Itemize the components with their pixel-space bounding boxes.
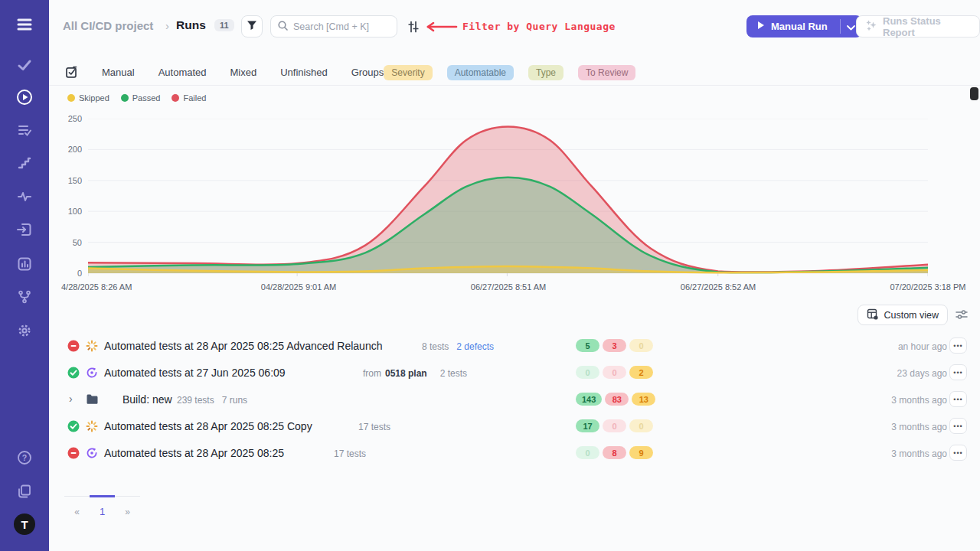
custom-view-button[interactable]: Custom view [858, 305, 948, 325]
chevron-right-icon[interactable]: › [69, 393, 73, 405]
legend-skipped[interactable]: Skipped [67, 93, 109, 103]
pagination-prev[interactable]: « [64, 496, 90, 527]
settings-gear-icon[interactable] [0, 318, 49, 344]
table-view-icon [867, 308, 878, 322]
shared-steps-icon[interactable] [0, 150, 49, 176]
x-tick: 06/27/2025 8:51 AM [455, 282, 562, 292]
search-input[interactable] [293, 21, 385, 32]
filter-pill-type[interactable]: Type [528, 65, 564, 80]
breadcrumb-separator: › [165, 19, 169, 32]
table-row[interactable]: Automated tests at 27 Jun 2025 06:09 fro… [49, 360, 980, 386]
passed-status-icon [67, 367, 80, 382]
run-title[interactable]: Automated tests at 27 Jun 2025 06:09 [104, 367, 286, 379]
run-plan-name[interactable]: 0518 plan [385, 368, 427, 379]
filter-pill-severity[interactable]: Severity [384, 65, 432, 80]
table-row[interactable]: Automated tests at 28 Apr 2025 08:25 Adv… [49, 333, 980, 360]
pagination: « 1 » [64, 496, 140, 527]
chevron-down-icon [847, 20, 855, 34]
tab-unfinished[interactable]: Unfinished [280, 67, 327, 78]
runs-status-report-button[interactable]: Runs Status Report [856, 15, 980, 37]
defects-icon[interactable] [0, 217, 49, 243]
activity-icon[interactable] [0, 184, 49, 210]
run-time: 3 months ago [891, 448, 947, 459]
x-tick: 06/27/2025 8:52 AM [665, 282, 772, 292]
traceability-icon[interactable] [0, 284, 49, 310]
failed-count-badge: 0 [603, 366, 626, 379]
run-title[interactable]: Automated tests at 28 Apr 2025 08:25 [104, 447, 284, 459]
annotation-text: Filter by Query Language [462, 21, 616, 32]
svg-text:?: ? [22, 453, 27, 462]
avatar[interactable]: T [0, 511, 49, 537]
failed-count-badge: 8 [603, 446, 626, 459]
passed-status-icon [67, 420, 80, 435]
y-tick: 0 [53, 269, 82, 278]
filter-pill-to-review[interactable]: To Review [578, 65, 635, 80]
test-plans-icon[interactable] [0, 117, 49, 143]
projects-icon[interactable] [0, 478, 49, 504]
run-title[interactable]: Automated tests at 28 Apr 2025 08:25 Adv… [104, 340, 382, 352]
tab-manual[interactable]: Manual [102, 67, 135, 78]
reports-icon[interactable] [0, 251, 49, 277]
sidebar: ? T [0, 0, 49, 551]
legend-failed[interactable]: Failed [172, 93, 206, 103]
row-menu-button[interactable]: ••• [949, 445, 967, 461]
manual-run-button[interactable]: Manual Run [746, 15, 862, 37]
run-tests-count: 17 tests [334, 448, 366, 459]
menu-icon[interactable] [0, 11, 49, 37]
row-menu-button[interactable]: ••• [949, 337, 967, 354]
query-language-filter-icon[interactable] [407, 21, 420, 36]
runs-count-badge: 11 [214, 19, 234, 31]
automation-spinner-icon [86, 420, 98, 435]
x-tick: 07/20/2025 3:18 PM [874, 282, 980, 292]
table-row-group[interactable]: › Build: new 239 tests 7 runs 143 83 13 … [49, 386, 980, 413]
row-menu-button[interactable]: ••• [949, 391, 967, 407]
avatar-letter: T [21, 518, 28, 531]
pagination-page-1[interactable]: 1 [90, 495, 115, 526]
legend-passed[interactable]: Passed [121, 93, 161, 103]
select-runs-icon[interactable] [65, 66, 78, 79]
row-menu-button[interactable]: ••• [949, 418, 967, 434]
filter-pill-automatable[interactable]: Automatable [447, 65, 514, 80]
chart-legend: Skipped Passed Failed [67, 93, 206, 103]
area-chart-plot[interactable] [88, 119, 928, 278]
skipped-count-badge: 13 [632, 393, 655, 406]
group-title[interactable]: Build: new [122, 393, 172, 406]
y-tick: 100 [53, 207, 82, 216]
view-settings-icon[interactable] [956, 309, 968, 323]
help-icon[interactable]: ? [0, 445, 49, 471]
runs-chart: Skipped Passed Failed 250 200 150 100 50… [49, 86, 980, 297]
table-row[interactable]: Automated tests at 28 Apr 2025 08:25 17 … [49, 440, 980, 467]
y-tick: 250 [53, 114, 82, 123]
passed-dot [121, 94, 129, 102]
page-title: Runs [176, 18, 206, 32]
passed-count-badge: 17 [576, 419, 599, 432]
sparkles-icon [866, 20, 877, 34]
failed-status-icon [67, 340, 80, 355]
failed-count-badge: 0 [603, 419, 626, 432]
tab-mixed[interactable]: Mixed [230, 67, 257, 78]
skipped-count-badge: 9 [629, 446, 653, 459]
run-title[interactable]: Automated tests at 28 Apr 2025 08:25 Cop… [104, 420, 312, 432]
skipped-count-badge: 2 [629, 366, 653, 379]
search-box[interactable] [270, 15, 397, 37]
run-from-label: from [363, 368, 381, 379]
group-runs-count: 7 runs [222, 395, 247, 406]
test-cases-icon[interactable] [0, 52, 49, 78]
failed-count-badge: 83 [605, 393, 629, 406]
table-row[interactable]: Automated tests at 28 Apr 2025 08:25 Cop… [49, 413, 980, 440]
tab-automated[interactable]: Automated [158, 67, 207, 78]
runs-icon-active[interactable] [0, 84, 49, 110]
run-time: 23 days ago [897, 368, 947, 379]
play-icon [757, 21, 765, 32]
funnel-icon [247, 20, 257, 34]
run-time: an hour ago [898, 341, 947, 352]
tab-groups[interactable]: Groups [351, 67, 384, 78]
scrollbar-thumb[interactable] [970, 87, 978, 100]
skipped-dot [67, 94, 75, 102]
run-defects-link[interactable]: 2 defects [456, 341, 494, 352]
row-menu-button[interactable]: ••• [949, 364, 967, 380]
pagination-next[interactable]: » [115, 496, 140, 527]
breadcrumb-root[interactable]: All CI/CD project [63, 19, 153, 32]
failed-status-icon [67, 447, 80, 462]
filter-button[interactable] [241, 15, 263, 37]
